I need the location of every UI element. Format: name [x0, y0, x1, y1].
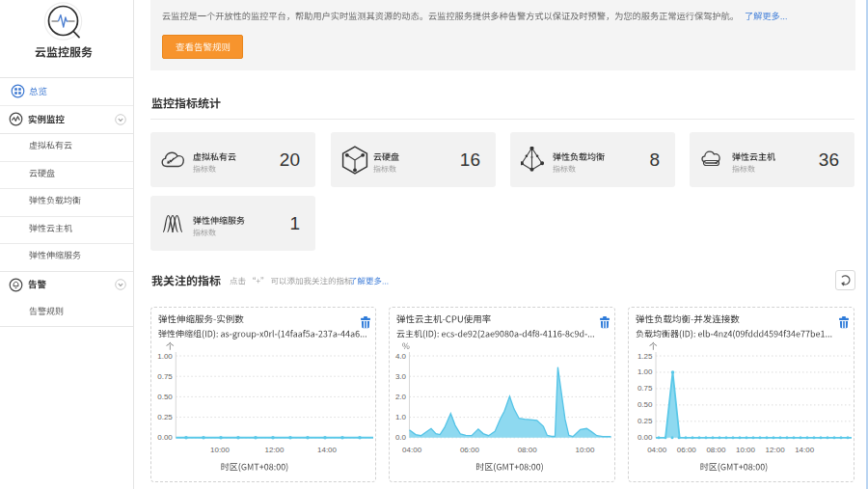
svg-text:08:00: 08:00: [518, 446, 538, 454]
svg-text:10:00: 10:00: [210, 446, 231, 454]
svg-text:04:00: 04:00: [402, 446, 422, 454]
svg-text:10:00: 10:00: [575, 446, 595, 454]
svg-text:06:00: 06:00: [677, 446, 697, 454]
svg-text:0.0: 0.0: [395, 433, 407, 442]
svg-text:14:00: 14:00: [795, 446, 815, 454]
svg-text:3.0: 3.0: [395, 372, 407, 381]
svg-text:0.00: 0.00: [637, 433, 653, 442]
svg-text:0.00: 0.00: [157, 433, 173, 442]
svg-text:0.75: 0.75: [637, 384, 653, 393]
svg-text:2.0: 2.0: [395, 393, 407, 401]
svg-text:10:00: 10:00: [736, 446, 756, 454]
svg-text:0.75: 0.75: [157, 372, 173, 381]
svg-text:14:00: 14:00: [317, 446, 338, 454]
svg-text:06:00: 06:00: [460, 446, 480, 454]
svg-text:1.00: 1.00: [157, 352, 173, 361]
svg-text:4.0: 4.0: [395, 352, 407, 361]
svg-text:1.0: 1.0: [395, 413, 407, 421]
svg-text:0.25: 0.25: [157, 413, 173, 421]
svg-text:12:00: 12:00: [264, 446, 285, 454]
svg-text:04:00: 04:00: [647, 446, 667, 454]
svg-text:1.00: 1.00: [637, 367, 653, 376]
svg-text:12:00: 12:00: [766, 446, 786, 454]
svg-text:1.25: 1.25: [637, 352, 653, 361]
svg-text:08:00: 08:00: [706, 446, 726, 454]
svg-text:0.25: 0.25: [637, 417, 653, 425]
svg-text:0.50: 0.50: [637, 400, 653, 409]
svg-text:0.50: 0.50: [157, 393, 173, 401]
